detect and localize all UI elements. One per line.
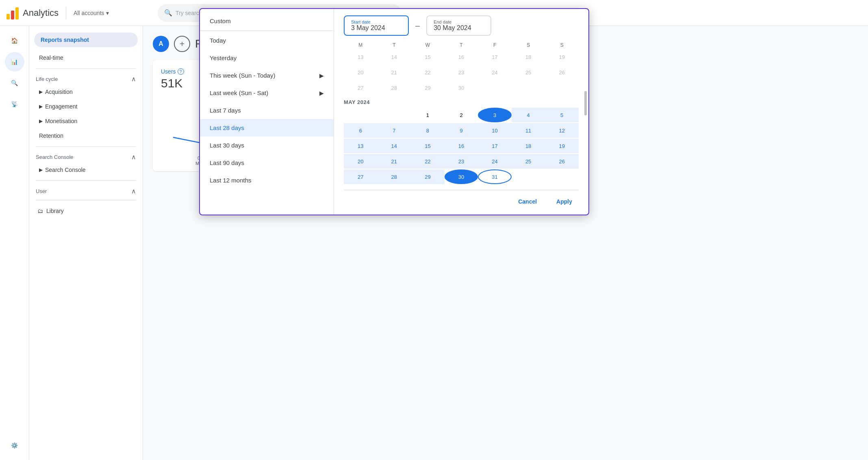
calendar-day[interactable]: 10 xyxy=(478,123,512,138)
calendar-day[interactable]: 5 xyxy=(545,108,579,122)
date-picker-popup: Custom Today Yesterday This week (Sun - … xyxy=(199,8,589,215)
calendar-day[interactable]: 28 xyxy=(378,80,411,95)
calendar-day xyxy=(344,108,378,122)
preset-last-28[interactable]: Last 28 days xyxy=(200,119,334,137)
calendar-day[interactable]: 26 xyxy=(545,65,579,80)
preset-today[interactable]: Today xyxy=(200,32,334,49)
calendar-day[interactable]: 30 xyxy=(445,80,478,95)
preset-last-7[interactable]: Last 7 days xyxy=(200,102,334,119)
calendar-day[interactable]: 30 xyxy=(445,169,478,184)
calendar-day[interactable]: 13 xyxy=(344,139,378,153)
calendar-day[interactable]: 19 xyxy=(545,50,579,64)
calendar-day xyxy=(545,169,579,184)
calendar-weekdays: M T W T F S S xyxy=(344,42,579,48)
preset-last-90[interactable]: Last 90 days xyxy=(200,154,334,171)
preset-last-12[interactable]: Last 12 months xyxy=(200,171,334,189)
calendar-day[interactable]: 7 xyxy=(378,123,411,138)
calendar-row: 13141516171819 xyxy=(344,139,579,153)
calendar-day[interactable]: 2 xyxy=(445,108,478,122)
may-month-title: MAY 2024 xyxy=(344,99,579,105)
calendar-day xyxy=(478,80,512,95)
calendar-day[interactable]: 25 xyxy=(512,154,545,169)
calendar-day[interactable]: 29 xyxy=(411,169,445,184)
calendar-day xyxy=(378,108,411,122)
prev-month-rows: 131415161718192021222324252627282930 xyxy=(344,50,579,96)
calendar-day[interactable]: 18 xyxy=(512,139,545,153)
preset-this-week[interactable]: This week (Sun - Today) ▶ xyxy=(200,67,334,84)
calendar-row: 6789101112 xyxy=(344,123,579,138)
preset-custom[interactable]: Custom xyxy=(200,12,334,30)
calendar-day xyxy=(512,169,545,184)
calendar-day[interactable]: 22 xyxy=(411,154,445,169)
calendar-day[interactable]: 20 xyxy=(344,154,378,169)
calendar-day xyxy=(545,80,579,95)
start-date-label: Start date xyxy=(351,20,401,24)
calendar-day[interactable]: 16 xyxy=(445,50,478,64)
cancel-button[interactable]: Cancel xyxy=(512,195,543,208)
preset-last-week[interactable]: Last week (Sun - Sat) ▶ xyxy=(200,84,334,102)
preset-yesterday[interactable]: Yesterday xyxy=(200,49,334,67)
calendar-day[interactable]: 18 xyxy=(512,50,545,64)
may-calendar-rows: 1234567891011121314151617181920212223242… xyxy=(344,108,579,185)
end-date-box[interactable]: End date 30 May 2024 xyxy=(426,15,491,36)
calendar-day[interactable]: 14 xyxy=(378,50,411,64)
end-date-value: 30 May 2024 xyxy=(434,24,484,32)
calendar-scrollbar[interactable] xyxy=(584,91,587,115)
start-date-box[interactable]: Start date 3 May 2024 xyxy=(344,15,409,36)
calendar-row: 13141516171819 xyxy=(344,50,579,64)
apply-button[interactable]: Apply xyxy=(550,195,579,208)
calendar-day[interactable]: 25 xyxy=(512,65,545,80)
calendar-row: 2728293031 xyxy=(344,169,579,184)
calendar-day[interactable]: 26 xyxy=(545,154,579,169)
calendar-day[interactable]: 21 xyxy=(378,154,411,169)
calendar-day[interactable]: 21 xyxy=(378,65,411,80)
calendar-day[interactable]: 4 xyxy=(512,108,545,122)
calendar-day[interactable]: 23 xyxy=(445,154,478,169)
calendar-row: 20212223242526 xyxy=(344,65,579,80)
calendar-day[interactable]: 16 xyxy=(445,139,478,153)
calendar-day[interactable]: 12 xyxy=(545,123,579,138)
date-range-separator: – xyxy=(415,21,420,30)
calendar-day[interactable]: 19 xyxy=(545,139,579,153)
calendar-day[interactable]: 31 xyxy=(478,169,512,184)
calendar-day[interactable]: 27 xyxy=(344,80,378,95)
calendar-day[interactable]: 17 xyxy=(478,50,512,64)
end-date-label: End date xyxy=(434,20,484,24)
calendar-day[interactable]: 29 xyxy=(411,80,445,95)
calendar-day[interactable]: 9 xyxy=(445,123,478,138)
calendar-footer: Cancel Apply xyxy=(344,190,579,208)
preset-last-30[interactable]: Last 30 days xyxy=(200,137,334,154)
calendar-row: 27282930 xyxy=(344,80,579,95)
calendar-day[interactable]: 13 xyxy=(344,50,378,64)
calendar-day[interactable]: 20 xyxy=(344,65,378,80)
start-date-value: 3 May 2024 xyxy=(351,24,401,32)
calendar-day[interactable]: 15 xyxy=(411,139,445,153)
calendar-row: 20212223242526 xyxy=(344,154,579,169)
calendar-day[interactable]: 15 xyxy=(411,50,445,64)
calendar-day[interactable]: 8 xyxy=(411,123,445,138)
calendar-day[interactable]: 28 xyxy=(378,169,411,184)
calendar-day[interactable]: 23 xyxy=(445,65,478,80)
calendar-day[interactable]: 1 xyxy=(411,108,445,122)
calendar-day[interactable]: 17 xyxy=(478,139,512,153)
calendar-day xyxy=(512,80,545,95)
calendar-row: 12345 xyxy=(344,108,579,122)
calendar-day[interactable]: 6 xyxy=(344,123,378,138)
calendar-day[interactable]: 11 xyxy=(512,123,545,138)
calendar-panel: Start date 3 May 2024 – End date 30 May … xyxy=(334,9,588,215)
calendar-day[interactable]: 14 xyxy=(378,139,411,153)
calendar-day[interactable]: 24 xyxy=(478,154,512,169)
preset-list: Custom Today Yesterday This week (Sun - … xyxy=(200,9,334,215)
calendar-day[interactable]: 3 xyxy=(478,108,512,122)
calendar-day[interactable]: 27 xyxy=(344,169,378,184)
calendar-day[interactable]: 24 xyxy=(478,65,512,80)
calendar-day[interactable]: 22 xyxy=(411,65,445,80)
